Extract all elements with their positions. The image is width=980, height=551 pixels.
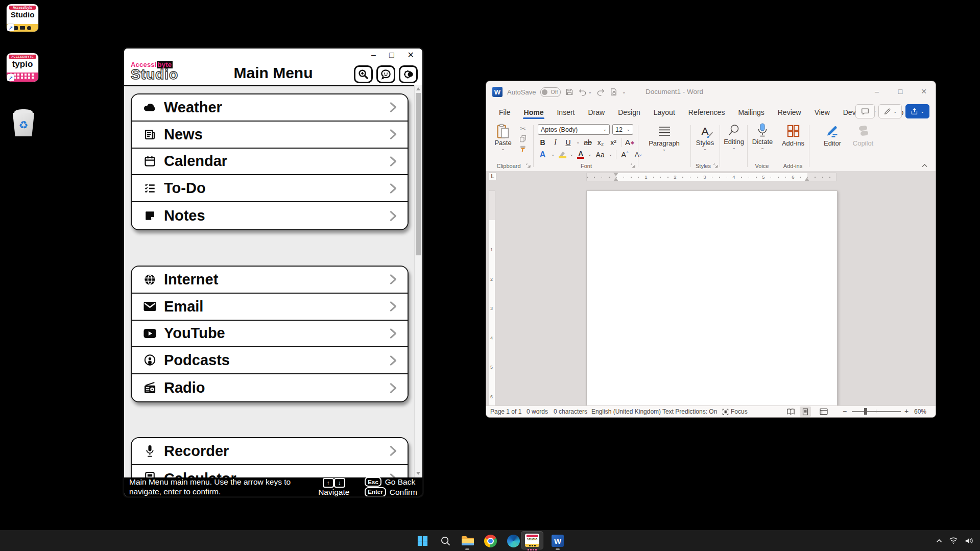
cut-button[interactable]: ✂ [520,125,526,132]
quick-access-chevron-icon[interactable]: ⌄ [622,90,626,94]
taskbar-edge[interactable] [506,534,520,548]
paragraph-button[interactable]: Paragraph ⌄ [639,125,689,152]
change-case-button[interactable]: Aa [595,149,605,160]
editing-button[interactable]: Editing ⌄ [721,124,747,150]
bold-button[interactable]: B [538,137,547,148]
focus-mode-button[interactable]: Focus [722,408,748,415]
paste-button[interactable]: Paste ⌄ [491,124,515,151]
hanging-indent-marker[interactable] [613,178,618,181]
tab-review[interactable]: Review [771,105,808,121]
taskbar-studio-active[interactable]: Studio [521,531,543,549]
highlight-button[interactable] [559,151,566,158]
taskbar-word[interactable]: W [551,534,565,548]
page-indicator[interactable]: Page 1 of 1 [490,408,521,415]
dictate-button[interactable]: Dictate ⌄ [748,123,777,150]
zoom-in-button[interactable]: + [904,407,909,415]
font-size-combo[interactable]: 12 ⌄ [612,124,633,135]
close-button[interactable]: ✕ [912,81,936,102]
undo-button[interactable]: ⌄ [578,88,592,96]
clear-formatting-button[interactable]: A◆ [625,137,635,148]
collapse-ribbon-button[interactable] [922,164,927,167]
zoom-slider-thumb[interactable] [864,408,867,415]
taskbar-search-button[interactable] [438,534,452,548]
scrollbar-thumb[interactable] [416,93,421,255]
tab-view[interactable]: View [808,105,836,121]
underline-button[interactable]: U [563,137,573,148]
strikethrough-button[interactable]: ab [583,137,593,148]
addins-button[interactable]: Add-ins [778,124,808,147]
tab-draw[interactable]: Draw [581,105,611,121]
minimize-button[interactable]: – [371,50,376,61]
scroll-down-arrow[interactable] [416,472,420,475]
menu-item-recorder[interactable]: Recorder [132,438,408,465]
menu-item-podcasts[interactable]: Podcasts [132,347,408,374]
scroll-up-arrow[interactable] [416,87,420,90]
zoom-slider-track[interactable] [852,411,901,412]
taskbar-file-explorer[interactable] [461,534,475,548]
superscript-button[interactable]: x² [609,137,618,148]
styles-button[interactable]: A Styles ⌄ [691,124,719,151]
web-layout-button[interactable] [817,406,830,417]
format-painter-button[interactable] [519,145,527,153]
word-count[interactable]: 0 words [527,408,548,415]
zoom-out-button[interactable]: − [843,407,847,415]
share-button[interactable]: ⌄ [905,104,929,118]
menu-item-radio[interactable]: Radio [132,374,408,401]
menu-item-internet[interactable]: Internet [132,267,408,294]
desktop-icon-accessibyte-studio[interactable]: Accessibyte Studio ↗ [7,4,38,32]
tab-mailings[interactable]: Mailings [731,105,771,121]
drawing-button[interactable]: ⌄ [878,104,902,118]
editor-button[interactable]: Editor [818,124,847,147]
grow-font-button[interactable]: A˄ [620,149,630,160]
menu-item-notes[interactable]: Notes [132,202,408,229]
menu-item-email[interactable]: Email [132,294,408,321]
display-settings-button[interactable] [399,65,418,83]
document-page[interactable] [586,190,838,406]
font-dialog-launcher[interactable] [631,163,635,168]
read-mode-button[interactable] [784,406,798,417]
tray-show-hidden-icons[interactable] [936,539,942,543]
tray-network[interactable] [949,537,958,544]
clipboard-dialog-launcher[interactable] [526,163,531,168]
maximize-button[interactable]: □ [889,81,912,102]
minimize-button[interactable]: – [865,81,889,102]
autosave-toggle[interactable]: Off [540,87,561,97]
desktop-icon-typio[interactable]: ACCESSIBYTE typio ↗ [7,53,38,82]
first-line-indent-marker[interactable] [613,173,618,176]
taskbar-chrome[interactable] [483,534,497,548]
language-indicator[interactable]: English (United Kingdom) [591,408,661,415]
tab-stop-selector[interactable]: L [489,173,496,180]
desktop-icon-recycle-bin[interactable]: ♻ [10,109,37,137]
tab-file[interactable]: File [492,105,517,121]
menu-item-todo[interactable]: To-Do [132,175,408,202]
subscript-button[interactable]: x₂ [596,137,606,148]
tab-layout[interactable]: Layout [647,105,682,121]
menu-item-weather[interactable]: Weather [132,94,408,122]
start-button[interactable] [415,534,429,548]
word-titlebar[interactable]: W AutoSave Off ⌄ ⌄ Document1 - Word – □ … [486,81,936,103]
italic-button[interactable]: I [551,137,560,148]
tab-home[interactable]: Home [517,105,551,121]
zoom-level[interactable]: 60% [914,408,926,415]
font-name-combo[interactable]: Aptos (Body) ⌄ [538,124,610,135]
chat-assistant-button[interactable] [376,65,395,83]
tray-volume[interactable] [965,537,974,545]
menu-item-youtube[interactable]: YouTube [132,321,408,348]
tab-references[interactable]: References [682,105,732,121]
vertical-scrollbar[interactable] [414,85,422,477]
maximize-button[interactable]: □ [389,50,394,61]
save-button[interactable] [565,88,573,96]
comments-button[interactable] [855,104,875,118]
menu-item-calendar[interactable]: Calendar [132,149,408,176]
redo-button[interactable] [596,88,605,96]
text-effects-button[interactable]: A [538,149,547,160]
close-button[interactable]: ✕ [408,50,414,61]
copilot-button[interactable]: Copilot [848,124,878,147]
text-predictions-indicator[interactable]: Text Predictions: On [662,408,717,415]
zoom-in-button[interactable] [354,65,373,83]
tab-insert[interactable]: Insert [550,105,581,121]
menu-item-news[interactable]: News [132,122,408,149]
right-indent-marker[interactable] [804,178,809,181]
font-color-button[interactable]: A [577,150,584,159]
copy-button[interactable] [519,135,527,142]
